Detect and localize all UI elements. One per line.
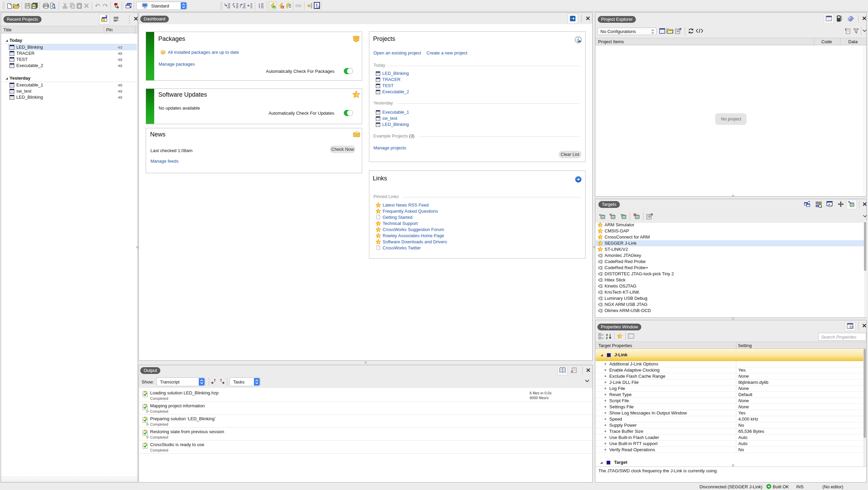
svg-text:Z: Z xyxy=(606,336,608,339)
